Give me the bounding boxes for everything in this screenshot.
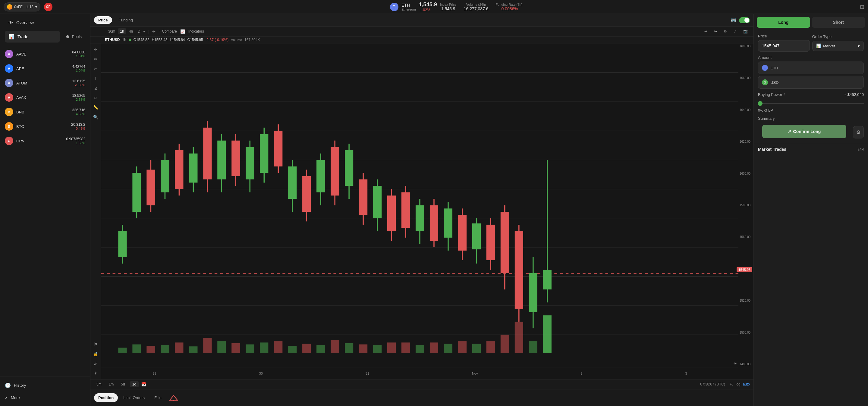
auto-btn[interactable]: auto	[743, 382, 750, 386]
svg-rect-49	[373, 186, 381, 218]
coin-right: 4.42764 1.04%	[72, 64, 85, 72]
settings-btn[interactable]: ⚙	[721, 28, 729, 34]
crosshair-tool[interactable]: ✛	[93, 46, 99, 53]
index-price-label: Index Price	[440, 3, 457, 6]
log-btn[interactable]: log	[736, 382, 741, 386]
tab-price[interactable]: Price	[94, 16, 112, 24]
svg-rect-78	[175, 342, 183, 353]
coin-icon-aave: A	[5, 50, 13, 58]
timeframe-d[interactable]: D	[135, 28, 143, 34]
svg-rect-90	[345, 343, 353, 353]
wallet-button[interactable]: 0xFE...cb13 ▾	[4, 2, 40, 11]
flag-tool[interactable]: ⚑	[93, 341, 99, 348]
ohlc-close: C1545.95	[187, 38, 203, 42]
tab-position[interactable]: Position	[94, 393, 118, 402]
coin-change-atom: -1.03%	[72, 83, 85, 87]
long-button[interactable]: Long	[757, 17, 810, 28]
camera-btn[interactable]: 📷	[741, 28, 750, 34]
current-price-badge: 1545.95	[737, 267, 752, 272]
amount-section: Amount Ξ ETH $ USD	[758, 55, 864, 89]
ruler-tool[interactable]: 📏	[92, 104, 99, 111]
coin-icon-avax: A	[5, 93, 13, 102]
svg-rect-37	[288, 167, 297, 199]
undo-btn[interactable]: ↩	[702, 28, 710, 34]
chart-header: Price Funding 🥽	[90, 14, 753, 27]
text-tool[interactable]: T	[93, 75, 98, 82]
short-button[interactable]: Short	[812, 17, 865, 28]
tab-limit-orders[interactable]: Limit Orders	[119, 393, 149, 402]
timeframe-4h[interactable]: 4h	[127, 28, 135, 34]
range-5d[interactable]: 5d	[119, 381, 127, 387]
coin-change-btc: -0.43%	[71, 127, 85, 130]
coin-item-atom[interactable]: A ATOM 13.6125 -1.03%	[0, 76, 90, 90]
chart-toggle[interactable]	[739, 17, 750, 23]
period-badge: 24H	[858, 147, 864, 151]
svg-rect-31	[246, 147, 254, 179]
emoji-tool[interactable]: ☺	[92, 94, 99, 102]
trade-settings-button[interactable]: ⚙	[853, 126, 864, 139]
range-1m[interactable]: 1m	[106, 381, 116, 387]
tf-chevron-icon[interactable]: ▾	[143, 29, 145, 34]
coin-item-aave[interactable]: A AAVE 84.0038 1.31%	[0, 47, 90, 61]
fullscreen-btn[interactable]: ⤢	[732, 28, 739, 34]
svg-rect-92	[373, 345, 381, 353]
coin-item-crv[interactable]: C CRV 0.90735982 1.53%	[0, 134, 90, 148]
amount-usd-option[interactable]: $ USD	[758, 76, 864, 89]
bp-slider[interactable]	[758, 100, 864, 107]
coin-item-btc[interactable]: B BTC 20,313.2 -0.43%	[0, 119, 90, 134]
svg-rect-96	[430, 342, 438, 353]
chart-settings-icon[interactable]: ☀	[733, 361, 737, 366]
timeframe-30m[interactable]: 30m	[106, 28, 117, 34]
summary-label: Summary	[758, 116, 864, 121]
eth-info: ETH Ethereum	[401, 3, 416, 11]
compare-btn[interactable]: + Compare	[157, 28, 179, 34]
pen-tool[interactable]: ✏	[93, 56, 99, 63]
slider-section: 0% of BP	[758, 100, 864, 113]
sidebar-item-history[interactable]: 🕐 History	[0, 379, 90, 392]
range-1d[interactable]: 1d	[130, 381, 138, 387]
lock-tool[interactable]: 🔒	[92, 350, 99, 357]
sidebar-item-pools[interactable]: ⬟ Pools	[62, 31, 85, 42]
more-chevron-icon: ∧	[5, 396, 8, 400]
indicators-btn[interactable]: Indicators	[186, 28, 206, 34]
sidebar-item-trade[interactable]: 📊 Trade	[5, 31, 60, 42]
tab-fills[interactable]: Fills	[150, 393, 165, 402]
svg-rect-45	[345, 150, 353, 186]
sidebar-item-overview[interactable]: 👁 Overview	[5, 17, 85, 28]
tab-funding[interactable]: Funding	[115, 16, 137, 24]
order-type-select[interactable]: 📊 Market ▾	[812, 41, 864, 51]
price-input[interactable]	[758, 40, 810, 52]
slider-thumb[interactable]	[758, 101, 763, 106]
eth-price: 1,545.9	[419, 1, 437, 8]
eth-name: ETH	[401, 3, 416, 7]
svg-rect-104	[543, 315, 552, 353]
amount-eth-option[interactable]: Ξ ETH	[758, 61, 864, 74]
svg-rect-43	[331, 147, 339, 196]
coin-item-avax[interactable]: A AVAX 18.5265 2.58%	[0, 90, 90, 105]
layout-icon[interactable]: ⊞	[860, 4, 864, 10]
arrow-up-icon: ↗	[788, 129, 792, 134]
network-button[interactable]: OP	[44, 3, 53, 11]
range-3m[interactable]: 3m	[94, 381, 104, 387]
edit-tool[interactable]: 🖊	[93, 360, 99, 367]
overview-label: Overview	[16, 20, 34, 25]
bar-chart-icon: 📊	[816, 44, 821, 48]
node-tool[interactable]: ⊿	[93, 84, 99, 92]
timeframe-1h[interactable]: 1h	[118, 28, 126, 34]
time-axis: 29 30 31 Nov 2 3	[101, 367, 738, 379]
coin-item-ape[interactable]: A APE 4.42764 1.04%	[0, 61, 90, 76]
sidebar-item-more[interactable]: ∧ More	[0, 392, 90, 404]
svg-rect-102	[515, 322, 523, 353]
candlestick-chart	[101, 44, 738, 367]
settings-tool[interactable]: ☀	[93, 370, 99, 377]
volume-val: 167.804K	[244, 38, 260, 42]
ohlc-tf: 1h	[122, 38, 126, 42]
confirm-long-button[interactable]: ↗ Confirm Long	[762, 125, 846, 138]
redo-btn[interactable]: ↪	[712, 28, 719, 34]
coin-price-bnb: 336.716	[72, 108, 85, 112]
zoom-tool[interactable]: 🔍	[92, 113, 99, 121]
coin-item-bnb[interactable]: B BNB 336.716 4.53%	[0, 105, 90, 119]
scissors-tool[interactable]: ✂	[93, 65, 99, 72]
more-label: More	[11, 396, 20, 400]
svg-rect-99	[472, 344, 481, 353]
